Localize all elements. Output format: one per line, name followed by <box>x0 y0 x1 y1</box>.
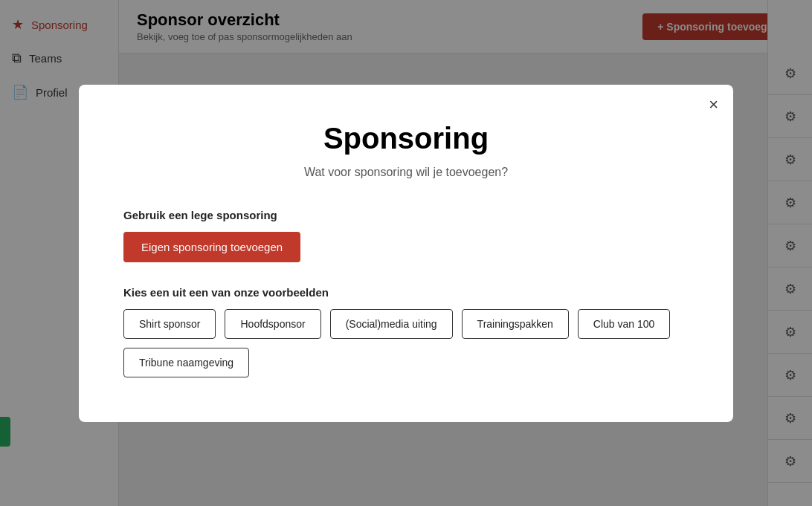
close-button[interactable]: × <box>709 97 718 113</box>
modal-subtitle: Wat voor sponsoring wil je toevoegen? <box>123 166 689 179</box>
example-tribune-naamgeving[interactable]: Tribune naamgeving <box>123 348 249 377</box>
empty-section-label: Gebruik een lege sponsoring <box>123 209 689 221</box>
examples-grid: Shirt sponsor Hoofdsponsor (Social)media… <box>123 309 689 377</box>
example-hoofdsponsor[interactable]: Hoofdsponsor <box>225 309 320 339</box>
eigen-sponsoring-button[interactable]: Eigen sponsoring toevoegen <box>123 232 300 262</box>
example-social-media[interactable]: (Social)media uiting <box>330 309 453 339</box>
modal-title: Sponsoring <box>123 122 689 155</box>
example-trainingspakken[interactable]: Trainingspakken <box>462 309 569 339</box>
modal-overlay: × Sponsoring Wat voor sponsoring wil je … <box>0 0 812 506</box>
examples-section-label: Kies een uit een van onze voorbeelden <box>123 286 689 299</box>
example-club-van-100[interactable]: Club van 100 <box>578 309 671 339</box>
example-shirt-sponsor[interactable]: Shirt sponsor <box>123 309 216 339</box>
sponsoring-modal: × Sponsoring Wat voor sponsoring wil je … <box>79 85 733 422</box>
